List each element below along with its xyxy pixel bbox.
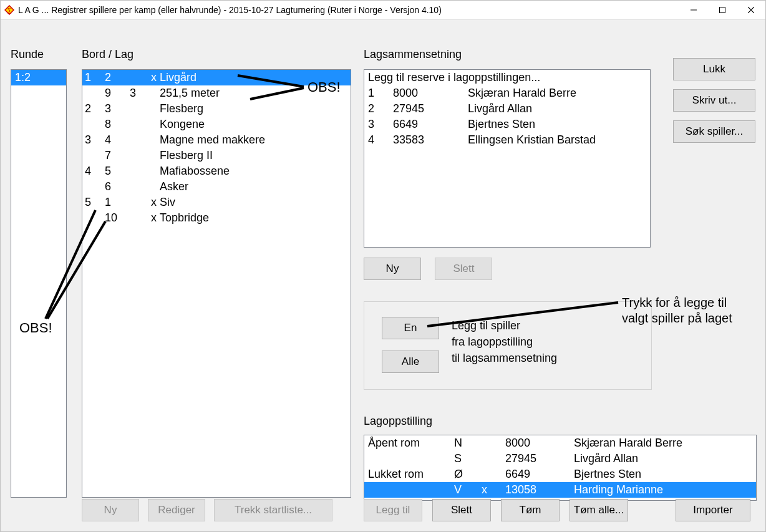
legg-til-button[interactable]: Legg til [364,499,422,521]
skriv-ut-button[interactable]: Skriv ut... [673,89,755,112]
label-bord-lag: Bord / Lag [82,48,350,61]
bord-buttons: Ny Rediger Trekk startliste... [82,499,332,521]
ny-bord-button[interactable]: Ny [82,499,139,521]
bord-row[interactable]: 45Mafiabossene [82,163,351,179]
tom-button[interactable]: Tøm [501,499,560,521]
trekk-startliste-button[interactable]: Trekk startliste... [214,499,332,521]
lagsam-buttons: Ny Slett [364,258,503,280]
lagsam-row[interactable]: 18000Skjæran Harald Berre [364,85,650,101]
bord-row[interactable]: 23Flesberg [82,101,351,117]
group-text-3: til lagsammensetning [452,352,557,365]
bord-lag-listbox[interactable]: 12xLivgård93251,5 meter23Flesberg8Kongen… [82,69,351,498]
lagopp-row[interactable]: Åpent romN8000Skjæran Harald Berre [364,435,756,451]
label-runde: Runde [11,48,67,61]
label-lagoppstilling: Lagoppstilling [364,415,755,428]
minimize-button[interactable] [679,1,708,19]
group-text-2: fra lagoppstilling [452,336,533,349]
bord-row[interactable]: 8Kongene [82,117,351,132]
lagsam-add-reserve-row[interactable]: Legg til reserve i lagoppstillingen... [364,70,650,85]
alle-button[interactable]: Alle [382,351,439,373]
client-area: Runde 1:2 Bord / Lag 12xLivgård93251,5 m… [1,19,765,531]
title-bar: ∑ L A G ... Registrer spillere per kamp … [1,1,765,20]
ny-lagsam-button[interactable]: Ny [364,258,421,280]
label-lagsammensetning: Lagsammensetning [364,48,651,61]
svg-text:∑: ∑ [7,7,11,14]
slett-lagopp-button[interactable]: Slett [432,499,491,521]
panel-lagoppstilling: Lagoppstilling Åpent romN8000Skjæran Har… [364,415,755,428]
lukk-button[interactable]: Lukk [673,58,755,80]
annotation-obs-left: OBS! [19,320,52,336]
bord-row[interactable]: 10xTopbridge [82,210,351,226]
lagsam-row[interactable]: 36649Bjertnes Sten [364,117,650,132]
bord-row[interactable]: 34Magne med makkere [82,132,351,148]
bord-row[interactable]: 6Asker [82,179,351,195]
add-player-group: En Alle Legg til spiller fra lagoppstill… [364,301,652,390]
lagopp-row[interactable]: Lukket romØ6649Bjertnes Sten [364,467,756,482]
app-icon: ∑ [4,5,14,15]
panel-runde: Runde 1:2 [11,48,67,485]
tom-alle-button[interactable]: Tøm alle... [570,499,628,521]
lagopp-buttons: Legg til Slett Tøm Tøm alle... Importer [364,499,750,521]
lagopp-row[interactable]: S27945Livgård Allan [364,451,756,467]
group-text-1: Legg til spiller [452,319,520,332]
panel-bord-lag: Bord / Lag 12xLivgård93251,5 meter23Fles… [82,48,350,485]
annotation-trykk-line1: Trykk for å legge til [622,295,732,311]
lagsam-row[interactable]: 433583Ellingsen Kristian Barstad [364,132,650,148]
sok-spiller-button[interactable]: Søk spiller... [673,120,755,143]
lagsam-row[interactable]: 227945Livgård Allan [364,101,650,117]
right-button-column: Lukk Skriv ut... Søk spiller... [673,58,755,152]
svg-rect-3 [720,7,725,13]
annotation-obs-right: OBS! [308,79,341,95]
slett-lagsam-button[interactable]: Slett [435,258,492,280]
annotation-trykk-line2: valgt spiller på laget [622,311,732,326]
bord-row[interactable]: 51xSiv [82,195,351,210]
en-button[interactable]: En [382,317,439,339]
lagopp-row[interactable]: Vx13058Harding Marianne [364,482,756,498]
lagsammensetning-listbox[interactable]: Legg til reserve i lagoppstillingen...18… [364,69,651,248]
lagoppstilling-listbox[interactable]: Åpent romN8000Skjæran Harald BerreS27945… [364,435,757,501]
runde-listbox[interactable]: 1:2 [11,69,67,498]
close-button[interactable] [737,1,765,19]
app-window: ∑ L A G ... Registrer spillere per kamp … [0,0,766,532]
rediger-button[interactable]: Rediger [148,499,205,521]
runde-row[interactable]: 1:2 [11,70,66,85]
maximize-button[interactable] [708,1,737,19]
panel-lagsammensetning: Lagsammensetning Legg til reserve i lago… [364,48,651,61]
window-title: L A G ... Registrer spillere per kamp (e… [18,5,442,15]
importer-button[interactable]: Importer [676,499,750,521]
annotation-trykk: Trykk for å legge til valgt spiller på l… [622,295,732,326]
window-buttons [679,1,765,19]
bord-row[interactable]: 7Flesberg II [82,148,351,163]
